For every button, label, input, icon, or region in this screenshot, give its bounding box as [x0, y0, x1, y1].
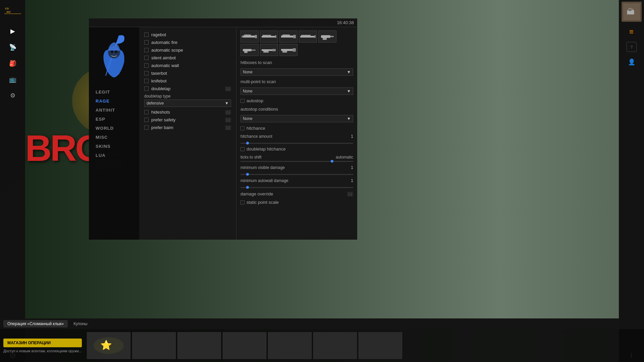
bottom-preview-2[interactable]: [132, 332, 176, 359]
bottom-preview-1[interactable]: ⭐: [87, 332, 130, 359]
knifebot-checkbox[interactable]: [144, 79, 149, 83]
auto-wall-option: automatic wall: [144, 63, 231, 68]
taserbot-label: taserbot: [151, 71, 231, 76]
doubletap-type-select[interactable]: defensive ▼: [144, 100, 231, 107]
nav-rage[interactable]: RAGE: [92, 97, 136, 106]
svg-text:⭐: ⭐: [100, 340, 112, 351]
ragebot-checkbox[interactable]: [144, 33, 149, 37]
shop-button[interactable]: МАГАЗИН ОПЕРАЦИИ: [3, 339, 82, 347]
nav-skins[interactable]: SKINS: [92, 142, 136, 151]
nav-antihit[interactable]: ANTIHIT: [92, 106, 136, 115]
prefer-safety-label: prefer safety: [151, 117, 222, 122]
right-sidebar: 🏔 ≡ ? 👤 ℹ: [619, 0, 644, 362]
nav-legit[interactable]: LEGIT: [92, 87, 136, 97]
autostop-conditions-arrow: ▼: [347, 116, 351, 121]
ticks-slider-thumb[interactable]: [331, 160, 333, 163]
svg-text::: :: [4, 11, 5, 13]
taserbot-option: taserbot: [144, 71, 231, 76]
weapon-icon-rifle2[interactable]: [260, 31, 278, 43]
settings-icon[interactable]: ⚙: [6, 89, 19, 102]
taserbot-checkbox[interactable]: [144, 71, 149, 75]
min-autowall-damage-label: minimum autowall damage: [240, 178, 340, 183]
svg-rect-12: [255, 35, 257, 38]
min-vis-slider-thumb[interactable]: [246, 173, 249, 176]
svg-rect-13: [244, 35, 251, 36]
hitchance-checkbox[interactable]: [240, 126, 245, 130]
autostop-checkbox[interactable]: [240, 99, 245, 103]
auto-scope-checkbox[interactable]: [144, 48, 149, 52]
prefer-baim-checkbox[interactable]: [144, 125, 149, 130]
bottom-tab-coupons[interactable]: Купоны: [69, 320, 91, 327]
doubletap-checkbox[interactable]: [144, 86, 149, 91]
ticks-shift-slider[interactable]: [240, 161, 353, 162]
hideshots-checkbox[interactable]: [144, 110, 149, 114]
prefer-baim-hotkey[interactable]: [-]: [225, 125, 231, 130]
min-aw-slider-thumb[interactable]: [246, 186, 249, 189]
silent-aimbot-checkbox[interactable]: [144, 56, 149, 60]
weapon-icon-pistol1[interactable]: [318, 31, 336, 43]
autostop-conditions-dropdown[interactable]: None ▼: [240, 115, 353, 122]
svg-point-9: [111, 50, 113, 53]
nav-misc[interactable]: MISC: [92, 133, 136, 142]
avatar[interactable]: 🏔: [622, 2, 642, 22]
min-visible-damage-slider[interactable]: [240, 174, 353, 175]
auto-fire-checkbox[interactable]: [144, 40, 149, 45]
doubletap-hitchance-checkbox[interactable]: [240, 147, 245, 151]
svg-point-10: [115, 50, 117, 53]
svg-text:🏔: 🏔: [627, 7, 635, 16]
svg-rect-23: [301, 35, 311, 36]
help-icon[interactable]: ?: [627, 42, 637, 52]
weapon-icon-smg2[interactable]: [279, 44, 298, 56]
autostop-conditions-value: None: [243, 116, 253, 121]
nav-lua[interactable]: LUA: [92, 151, 136, 160]
shop-description: Доступ к новым агентам, коллекциям оружи…: [3, 349, 82, 353]
panel-body: LEGIT RAGE ANTIHIT ESP WORLD MISC SKINS …: [89, 27, 357, 240]
min-autowall-damage-value: 1: [343, 178, 353, 183]
knifebot-option: knifebot: [144, 78, 231, 83]
bottom-preview-3[interactable]: [177, 332, 221, 359]
doubletap-hotkey[interactable]: [-]: [225, 86, 231, 91]
prefer-baim-label: prefer baim: [151, 125, 222, 130]
autostop-conditions-row: autostop conditions: [240, 107, 353, 112]
multipoint-scan-row: multi-point to scan: [240, 79, 353, 84]
prefer-safety-hotkey[interactable]: [-]: [225, 118, 231, 122]
multipoint-scan-dropdown[interactable]: None ▼: [240, 87, 353, 95]
profile-icon[interactable]: 👤: [625, 55, 638, 69]
tv-icon[interactable]: 📺: [6, 73, 19, 86]
hitchance-amount-slider[interactable]: [240, 143, 353, 144]
bottom-tab-operation[interactable]: Операция «Сломанный клык»: [3, 320, 68, 327]
svg-rect-17: [263, 35, 271, 36]
inventory-icon[interactable]: 🎒: [6, 57, 19, 70]
static-point-checkbox[interactable]: [240, 200, 245, 204]
damage-override-hotkey[interactable]: [-]: [347, 192, 353, 196]
hitchance-slider-thumb[interactable]: [246, 142, 249, 144]
right-options-panel: hitboxes to scan None ▼ multi-point to s…: [236, 27, 357, 240]
weapon-icon-rifle3[interactable]: [279, 31, 298, 43]
autostop-label: autostop: [247, 98, 353, 103]
prefer-safety-checkbox[interactable]: [144, 118, 149, 122]
antenna-icon[interactable]: 📡: [6, 41, 19, 54]
bottom-preview-5[interactable]: [268, 332, 312, 359]
svg-rect-11: [242, 36, 255, 38]
weapon-icon-smg1[interactable]: [260, 44, 278, 56]
svg-rect-21: [300, 36, 314, 38]
csgo-logo[interactable]: CS : GO: [4, 3, 21, 17]
play-button[interactable]: ▶: [6, 24, 19, 38]
bottom-preview-6[interactable]: [313, 332, 357, 359]
weapon-icon-rifle1[interactable]: [240, 31, 259, 43]
weapon-icon-pistol2[interactable]: [240, 44, 259, 56]
nav-world[interactable]: WORLD: [92, 124, 136, 133]
panel-header: 16:40:38: [89, 18, 357, 27]
autostop-row: autostop: [240, 98, 353, 103]
bottom-preview-7[interactable]: [359, 332, 402, 359]
min-autowall-damage-slider[interactable]: [240, 187, 353, 188]
rank-icon[interactable]: ≡: [625, 25, 638, 39]
multipoint-scan-label: multi-point to scan: [240, 79, 353, 84]
hideshots-hotkey[interactable]: [-]: [225, 110, 231, 115]
bottom-preview-4[interactable]: [223, 332, 266, 359]
auto-wall-checkbox[interactable]: [144, 63, 149, 68]
nav-esp[interactable]: ESP: [92, 115, 136, 124]
left-sidebar: CS : GO ▶ 📡 🎒 📺 ⚙ ⏻: [0, 0, 25, 362]
weapon-icon-rifle4[interactable]: [299, 31, 317, 43]
hitboxes-scan-dropdown[interactable]: None ▼: [240, 68, 353, 76]
